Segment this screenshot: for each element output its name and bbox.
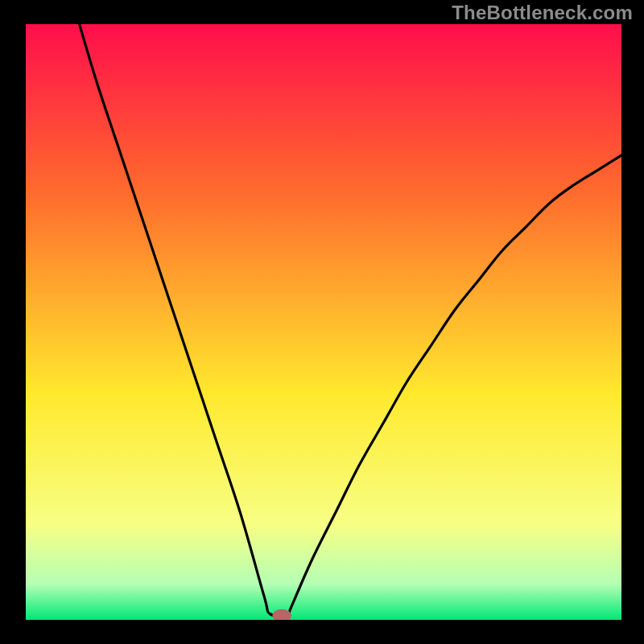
- chart-frame: TheBottleneck.com: [0, 0, 644, 644]
- bottleneck-plot: [26, 24, 621, 620]
- watermark-text: TheBottleneck.com: [452, 2, 633, 24]
- plot-area: [26, 24, 621, 620]
- plot-background: [26, 24, 621, 620]
